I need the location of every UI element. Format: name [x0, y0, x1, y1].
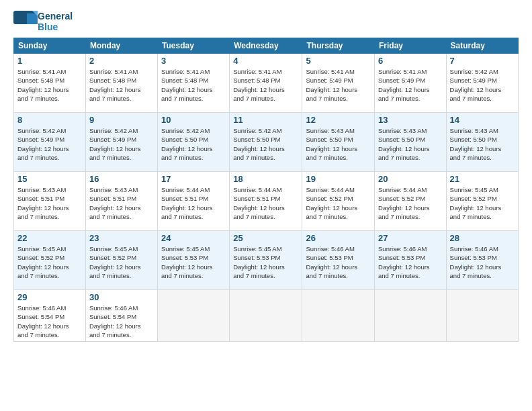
day-info: Sunrise: 5:42 AM Sunset: 5:50 PM Dayligh… — [233, 126, 298, 162]
day-info: Sunrise: 5:44 AM Sunset: 5:52 PM Dayligh… — [378, 185, 443, 221]
calendar-cell: 18 Sunrise: 5:44 AM Sunset: 5:51 PM Dayl… — [230, 172, 302, 231]
day-info: Sunrise: 5:42 AM Sunset: 5:50 PM Dayligh… — [161, 126, 226, 162]
day-info: Sunrise: 5:45 AM Sunset: 5:53 PM Dayligh… — [233, 244, 298, 280]
day-info: Sunrise: 5:46 AM Sunset: 5:54 PM Dayligh… — [89, 304, 154, 339]
calendar-table: SundayMondayTuesdayWednesdayThursdayFrid… — [13, 38, 519, 342]
day-info: Sunrise: 5:43 AM Sunset: 5:50 PM Dayligh… — [306, 126, 371, 162]
day-info: Sunrise: 5:44 AM Sunset: 5:52 PM Dayligh… — [306, 185, 371, 221]
day-info: Sunrise: 5:45 AM Sunset: 5:52 PM Dayligh… — [450, 185, 515, 221]
calendar-cell: 19 Sunrise: 5:44 AM Sunset: 5:52 PM Dayl… — [302, 172, 375, 231]
day-number: 28 — [450, 233, 515, 243]
day-info: Sunrise: 5:42 AM Sunset: 5:49 PM Dayligh… — [17, 126, 82, 162]
day-info: Sunrise: 5:41 AM Sunset: 5:49 PM Dayligh… — [378, 67, 443, 103]
calendar-cell: 23 Sunrise: 5:45 AM Sunset: 5:52 PM Dayl… — [85, 231, 157, 290]
day-number: 10 — [161, 115, 226, 125]
day-number: 14 — [450, 115, 515, 125]
day-info: Sunrise: 5:45 AM Sunset: 5:52 PM Dayligh… — [17, 244, 82, 280]
header: General Blue — [13, 11, 519, 32]
calendar-cell: 26 Sunrise: 5:46 AM Sunset: 5:53 PM Dayl… — [302, 231, 375, 290]
calendar-cell: 3 Sunrise: 5:41 AM Sunset: 5:48 PM Dayli… — [158, 54, 230, 113]
weekday-header-wednesday: Wednesday — [230, 38, 302, 54]
day-number: 21 — [450, 174, 515, 184]
day-info: Sunrise: 5:42 AM Sunset: 5:49 PM Dayligh… — [89, 126, 154, 162]
day-number: 25 — [233, 233, 298, 243]
calendar-cell: 25 Sunrise: 5:45 AM Sunset: 5:53 PM Dayl… — [230, 231, 302, 290]
calendar-cell: 14 Sunrise: 5:43 AM Sunset: 5:50 PM Dayl… — [446, 113, 518, 172]
day-number: 16 — [89, 174, 154, 184]
day-number: 15 — [17, 174, 82, 184]
day-info: Sunrise: 5:46 AM Sunset: 5:53 PM Dayligh… — [306, 244, 371, 280]
day-info: Sunrise: 5:46 AM Sunset: 5:53 PM Dayligh… — [378, 244, 443, 280]
calendar-cell: 2 Sunrise: 5:41 AM Sunset: 5:48 PM Dayli… — [85, 54, 157, 113]
day-number: 12 — [306, 115, 371, 125]
day-number: 22 — [17, 233, 82, 243]
calendar-body: 1 Sunrise: 5:41 AM Sunset: 5:48 PM Dayli… — [14, 54, 519, 342]
day-number: 17 — [161, 174, 226, 184]
calendar-cell — [230, 290, 302, 342]
calendar-cell — [158, 290, 230, 342]
calendar-cell: 5 Sunrise: 5:41 AM Sunset: 5:49 PM Dayli… — [302, 54, 375, 113]
day-number: 30 — [89, 292, 154, 302]
day-info: Sunrise: 5:41 AM Sunset: 5:48 PM Dayligh… — [17, 67, 82, 103]
calendar-cell: 7 Sunrise: 5:42 AM Sunset: 5:49 PM Dayli… — [446, 54, 518, 113]
day-number: 27 — [378, 233, 443, 243]
page: General Blue SundayMondayTuesdayWednesda… — [0, 0, 532, 411]
weekday-header-sunday: Sunday — [14, 38, 86, 54]
day-info: Sunrise: 5:44 AM Sunset: 5:51 PM Dayligh… — [233, 185, 298, 221]
weekday-header-tuesday: Tuesday — [158, 38, 230, 54]
weekday-header-friday: Friday — [375, 38, 447, 54]
day-number: 5 — [306, 56, 371, 66]
day-info: Sunrise: 5:46 AM Sunset: 5:53 PM Dayligh… — [450, 244, 515, 280]
day-number: 20 — [378, 174, 443, 184]
day-number: 29 — [17, 292, 82, 302]
day-number: 7 — [450, 56, 515, 66]
calendar-cell — [375, 290, 447, 342]
day-number: 26 — [306, 233, 371, 243]
day-info: Sunrise: 5:45 AM Sunset: 5:52 PM Dayligh… — [89, 244, 154, 280]
day-info: Sunrise: 5:43 AM Sunset: 5:51 PM Dayligh… — [89, 185, 154, 221]
calendar-cell: 4 Sunrise: 5:41 AM Sunset: 5:48 PM Dayli… — [230, 54, 302, 113]
day-number: 2 — [89, 56, 154, 66]
calendar-cell: 29 Sunrise: 5:46 AM Sunset: 5:54 PM Dayl… — [14, 290, 86, 342]
day-info: Sunrise: 5:41 AM Sunset: 5:48 PM Dayligh… — [233, 67, 298, 103]
day-number: 18 — [233, 174, 298, 184]
day-number: 24 — [161, 233, 226, 243]
day-number: 4 — [233, 56, 298, 66]
day-info: Sunrise: 5:42 AM Sunset: 5:49 PM Dayligh… — [450, 67, 515, 103]
day-number: 23 — [89, 233, 154, 243]
logo-icon — [13, 11, 38, 32]
calendar-cell: 22 Sunrise: 5:45 AM Sunset: 5:52 PM Dayl… — [14, 231, 86, 290]
day-info: Sunrise: 5:44 AM Sunset: 5:51 PM Dayligh… — [161, 185, 226, 221]
day-info: Sunrise: 5:46 AM Sunset: 5:54 PM Dayligh… — [17, 304, 82, 339]
day-number: 3 — [161, 56, 226, 66]
calendar-cell: 12 Sunrise: 5:43 AM Sunset: 5:50 PM Dayl… — [302, 113, 375, 172]
calendar-cell: 24 Sunrise: 5:45 AM Sunset: 5:53 PM Dayl… — [158, 231, 230, 290]
day-info: Sunrise: 5:43 AM Sunset: 5:50 PM Dayligh… — [378, 126, 443, 162]
day-info: Sunrise: 5:43 AM Sunset: 5:51 PM Dayligh… — [17, 185, 82, 221]
calendar-cell: 13 Sunrise: 5:43 AM Sunset: 5:50 PM Dayl… — [375, 113, 447, 172]
calendar-cell: 6 Sunrise: 5:41 AM Sunset: 5:49 PM Dayli… — [375, 54, 447, 113]
calendar-cell: 21 Sunrise: 5:45 AM Sunset: 5:52 PM Dayl… — [446, 172, 518, 231]
calendar-cell — [446, 290, 518, 342]
day-info: Sunrise: 5:41 AM Sunset: 5:49 PM Dayligh… — [306, 67, 371, 103]
day-info: Sunrise: 5:45 AM Sunset: 5:53 PM Dayligh… — [161, 244, 226, 280]
logo: General Blue — [13, 11, 73, 32]
calendar-cell: 9 Sunrise: 5:42 AM Sunset: 5:49 PM Dayli… — [85, 113, 157, 172]
calendar-cell: 11 Sunrise: 5:42 AM Sunset: 5:50 PM Dayl… — [230, 113, 302, 172]
day-number: 11 — [233, 115, 298, 125]
weekday-header-monday: Monday — [85, 38, 157, 54]
calendar-cell — [302, 290, 375, 342]
day-number: 8 — [17, 115, 82, 125]
day-number: 13 — [378, 115, 443, 125]
day-info: Sunrise: 5:43 AM Sunset: 5:50 PM Dayligh… — [450, 126, 515, 162]
day-number: 6 — [378, 56, 443, 66]
calendar-cell: 8 Sunrise: 5:42 AM Sunset: 5:49 PM Dayli… — [14, 113, 86, 172]
day-number: 19 — [306, 174, 371, 184]
day-info: Sunrise: 5:41 AM Sunset: 5:48 PM Dayligh… — [161, 67, 226, 103]
calendar-cell: 10 Sunrise: 5:42 AM Sunset: 5:50 PM Dayl… — [158, 113, 230, 172]
day-of-week-row: SundayMondayTuesdayWednesdayThursdayFrid… — [14, 38, 519, 54]
calendar-cell: 16 Sunrise: 5:43 AM Sunset: 5:51 PM Dayl… — [85, 172, 157, 231]
calendar-cell: 28 Sunrise: 5:46 AM Sunset: 5:53 PM Dayl… — [446, 231, 518, 290]
weekday-header-thursday: Thursday — [302, 38, 375, 54]
calendar-cell: 30 Sunrise: 5:46 AM Sunset: 5:54 PM Dayl… — [85, 290, 157, 342]
